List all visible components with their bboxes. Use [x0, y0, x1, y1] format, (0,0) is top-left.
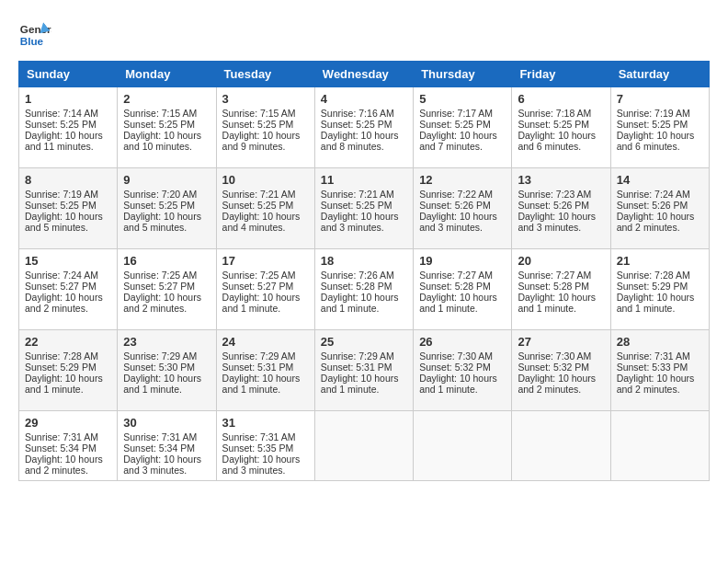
day-number: 22	[25, 335, 111, 349]
calendar-cell: 7 Sunrise: 7:19 AM Sunset: 5:25 PM Dayli…	[610, 87, 709, 168]
sunrise-label: Sunrise: 7:28 AM	[617, 270, 690, 281]
calendar-cell: 1 Sunrise: 7:14 AM Sunset: 5:25 PM Dayli…	[19, 87, 118, 168]
calendar-cell: 24 Sunrise: 7:29 AM Sunset: 5:31 PM Dayl…	[216, 330, 314, 411]
daylight-label: Daylight: 10 hours and 5 minutes.	[25, 211, 103, 233]
sunrise-label: Sunrise: 7:25 AM	[222, 270, 296, 281]
daylight-label: Daylight: 10 hours and 4 minutes.	[222, 211, 301, 233]
sunrise-label: Sunrise: 7:23 AM	[518, 189, 591, 200]
calendar-cell: 30 Sunrise: 7:31 AM Sunset: 5:34 PM Dayl…	[118, 411, 216, 481]
daylight-label: Daylight: 10 hours and 2 minutes.	[123, 292, 201, 314]
day-number: 12	[419, 173, 506, 187]
day-number: 9	[123, 173, 210, 187]
day-number: 2	[123, 92, 210, 106]
calendar-week-row: 22 Sunrise: 7:28 AM Sunset: 5:29 PM Dayl…	[19, 330, 710, 411]
sunrise-label: Sunrise: 7:28 AM	[25, 350, 98, 362]
sunrise-label: Sunrise: 7:15 AM	[123, 108, 197, 119]
day-number: 23	[123, 335, 210, 349]
sunset-label: Sunset: 5:25 PM	[123, 200, 195, 211]
sunrise-label: Sunrise: 7:31 AM	[25, 431, 98, 442]
calendar-cell: 14 Sunrise: 7:24 AM Sunset: 5:26 PM Dayl…	[610, 168, 709, 249]
day-number: 19	[419, 254, 506, 268]
daylight-label: Daylight: 10 hours and 3 minutes.	[419, 211, 497, 233]
sunrise-label: Sunrise: 7:14 AM	[25, 108, 98, 119]
day-number: 31	[222, 416, 309, 430]
sunset-label: Sunset: 5:34 PM	[25, 442, 97, 454]
calendar-week-row: 8 Sunrise: 7:19 AM Sunset: 5:25 PM Dayli…	[19, 168, 710, 249]
daylight-label: Daylight: 10 hours and 3 minutes.	[321, 211, 399, 233]
logo-icon: General Blue	[18, 18, 51, 52]
column-header-saturday: Saturday	[610, 62, 709, 87]
calendar-cell: 17 Sunrise: 7:25 AM Sunset: 5:27 PM Dayl…	[216, 249, 314, 330]
calendar-cell: 25 Sunrise: 7:29 AM Sunset: 5:31 PM Dayl…	[314, 330, 413, 411]
daylight-label: Daylight: 10 hours and 2 minutes.	[617, 373, 695, 395]
sunset-label: Sunset: 5:32 PM	[419, 362, 491, 373]
sunset-label: Sunset: 5:32 PM	[518, 362, 589, 373]
sunrise-label: Sunrise: 7:24 AM	[25, 270, 98, 281]
sunset-label: Sunset: 5:33 PM	[617, 362, 688, 373]
day-number: 29	[25, 416, 111, 430]
sunset-label: Sunset: 5:25 PM	[222, 200, 294, 211]
day-number: 18	[321, 254, 407, 268]
sunrise-label: Sunrise: 7:19 AM	[617, 108, 690, 119]
sunset-label: Sunset: 5:29 PM	[617, 281, 688, 292]
daylight-label: Daylight: 10 hours and 1 minute.	[25, 373, 103, 395]
sunrise-label: Sunrise: 7:27 AM	[419, 270, 493, 281]
daylight-label: Daylight: 10 hours and 10 minutes.	[123, 130, 201, 152]
calendar-cell: 23 Sunrise: 7:29 AM Sunset: 5:30 PM Dayl…	[118, 330, 216, 411]
column-header-sunday: Sunday	[19, 62, 118, 87]
calendar-week-row: 29 Sunrise: 7:31 AM Sunset: 5:34 PM Dayl…	[19, 411, 710, 481]
sunset-label: Sunset: 5:25 PM	[617, 119, 688, 130]
daylight-label: Daylight: 10 hours and 6 minutes.	[617, 130, 695, 152]
calendar-cell: 19 Sunrise: 7:27 AM Sunset: 5:28 PM Dayl…	[414, 249, 512, 330]
sunrise-label: Sunrise: 7:22 AM	[419, 189, 493, 200]
sunset-label: Sunset: 5:28 PM	[321, 281, 392, 292]
day-number: 24	[222, 335, 309, 349]
daylight-label: Daylight: 10 hours and 1 minute.	[222, 373, 301, 395]
column-header-wednesday: Wednesday	[314, 62, 413, 87]
daylight-label: Daylight: 10 hours and 3 minutes.	[518, 211, 596, 233]
calendar-cell: 2 Sunrise: 7:15 AM Sunset: 5:25 PM Dayli…	[118, 87, 216, 168]
calendar-cell: 28 Sunrise: 7:31 AM Sunset: 5:33 PM Dayl…	[610, 330, 709, 411]
sunset-label: Sunset: 5:25 PM	[25, 119, 97, 130]
sunset-label: Sunset: 5:25 PM	[222, 119, 294, 130]
calendar-cell	[314, 411, 413, 481]
sunrise-label: Sunrise: 7:31 AM	[222, 431, 296, 442]
sunset-label: Sunset: 5:28 PM	[419, 281, 491, 292]
logo: General Blue	[18, 18, 51, 52]
calendar-cell: 27 Sunrise: 7:30 AM Sunset: 5:32 PM Dayl…	[512, 330, 610, 411]
day-number: 14	[617, 173, 703, 187]
calendar-cell: 15 Sunrise: 7:24 AM Sunset: 5:27 PM Dayl…	[19, 249, 118, 330]
sunset-label: Sunset: 5:25 PM	[321, 119, 392, 130]
daylight-label: Daylight: 10 hours and 6 minutes.	[518, 130, 596, 152]
daylight-label: Daylight: 10 hours and 5 minutes.	[123, 211, 201, 233]
sunset-label: Sunset: 5:28 PM	[518, 281, 589, 292]
calendar-cell: 18 Sunrise: 7:26 AM Sunset: 5:28 PM Dayl…	[314, 249, 413, 330]
sunrise-label: Sunrise: 7:19 AM	[25, 189, 98, 200]
sunset-label: Sunset: 5:25 PM	[518, 119, 589, 130]
daylight-label: Daylight: 10 hours and 8 minutes.	[321, 130, 399, 152]
day-number: 26	[419, 335, 506, 349]
calendar-cell: 11 Sunrise: 7:21 AM Sunset: 5:25 PM Dayl…	[314, 168, 413, 249]
calendar-cell: 21 Sunrise: 7:28 AM Sunset: 5:29 PM Dayl…	[610, 249, 709, 330]
sunrise-label: Sunrise: 7:29 AM	[123, 350, 197, 362]
sunrise-label: Sunrise: 7:15 AM	[222, 108, 296, 119]
sunrise-label: Sunrise: 7:27 AM	[518, 270, 591, 281]
sunrise-label: Sunrise: 7:29 AM	[321, 350, 394, 362]
day-number: 20	[518, 254, 604, 268]
sunset-label: Sunset: 5:25 PM	[321, 200, 392, 211]
calendar-cell: 16 Sunrise: 7:25 AM Sunset: 5:27 PM Dayl…	[118, 249, 216, 330]
daylight-label: Daylight: 10 hours and 11 minutes.	[25, 130, 103, 152]
calendar-table: SundayMondayTuesdayWednesdayThursdayFrid…	[18, 61, 710, 481]
calendar-cell: 10 Sunrise: 7:21 AM Sunset: 5:25 PM Dayl…	[216, 168, 314, 249]
sunrise-label: Sunrise: 7:17 AM	[419, 108, 493, 119]
sunrise-label: Sunrise: 7:20 AM	[123, 189, 197, 200]
day-number: 17	[222, 254, 309, 268]
day-number: 3	[222, 92, 309, 106]
column-header-monday: Monday	[118, 62, 216, 87]
sunset-label: Sunset: 5:34 PM	[123, 442, 195, 454]
sunset-label: Sunset: 5:35 PM	[222, 442, 294, 454]
daylight-label: Daylight: 10 hours and 1 minute.	[222, 292, 301, 314]
sunset-label: Sunset: 5:25 PM	[419, 119, 491, 130]
sunrise-label: Sunrise: 7:26 AM	[321, 270, 394, 281]
sunset-label: Sunset: 5:31 PM	[321, 362, 392, 373]
